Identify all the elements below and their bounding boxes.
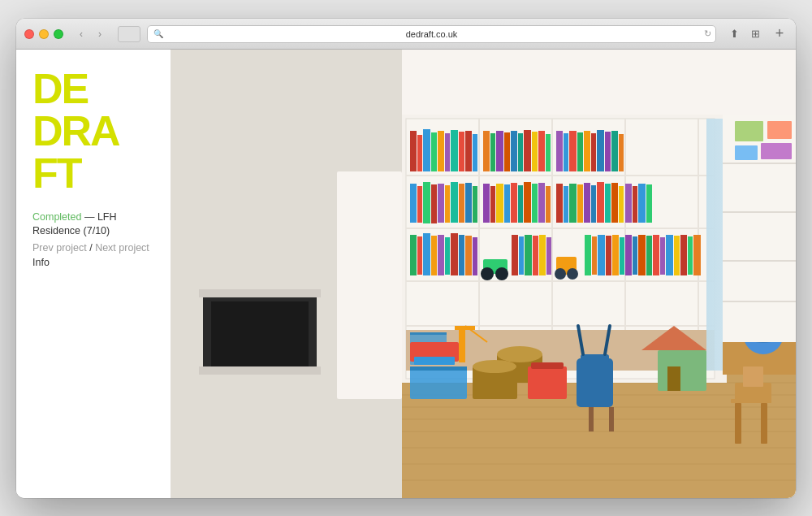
svg-rect-109 <box>519 236 524 275</box>
svg-rect-99 <box>459 235 464 275</box>
svg-rect-116 <box>598 235 605 275</box>
more-button[interactable]: ⊞ <box>747 26 763 42</box>
svg-rect-167 <box>743 366 763 387</box>
svg-rect-39 <box>490 133 495 171</box>
browser-content: DE DRA FT Completed — LFH Residence (7/1… <box>16 50 796 498</box>
project-nav-links: Prev project / Next project <box>32 242 154 254</box>
svg-rect-36 <box>465 131 472 171</box>
svg-rect-66 <box>465 183 472 223</box>
svg-rect-30 <box>423 129 430 171</box>
svg-rect-129 <box>688 236 693 275</box>
svg-rect-90 <box>638 184 646 223</box>
svg-rect-114 <box>585 235 591 275</box>
refresh-icon[interactable]: ↻ <box>704 28 711 39</box>
svg-point-174 <box>473 360 516 373</box>
forward-button[interactable]: › <box>92 26 108 42</box>
svg-rect-61 <box>431 184 437 223</box>
browser-window: ‹ › 🔍 ↻ ⬆ ⊞ + DE DRA FT Comple <box>16 19 796 498</box>
svg-rect-54 <box>597 130 604 171</box>
svg-rect-122 <box>638 235 646 275</box>
svg-rect-35 <box>459 132 464 171</box>
svg-rect-79 <box>564 186 568 223</box>
svg-rect-87 <box>619 186 624 223</box>
svg-rect-53 <box>591 133 596 171</box>
room-scene <box>171 50 796 498</box>
svg-rect-58 <box>410 184 417 223</box>
prev-project-link[interactable]: Prev project <box>32 242 87 254</box>
svg-rect-164 <box>735 403 741 444</box>
share-button[interactable]: ⬆ <box>726 26 742 42</box>
svg-rect-134 <box>459 326 465 362</box>
svg-rect-74 <box>524 182 531 223</box>
address-bar[interactable] <box>147 25 716 43</box>
browser-chrome: ‹ › 🔍 ↻ ⬆ ⊞ + <box>16 19 796 50</box>
svg-rect-43 <box>518 133 523 171</box>
svg-rect-176 <box>531 362 564 369</box>
site-logo[interactable]: DE DRA FT <box>32 67 154 194</box>
svg-rect-138 <box>414 357 455 365</box>
svg-rect-16 <box>199 289 321 297</box>
svg-rect-82 <box>584 183 590 223</box>
info-link[interactable]: Info <box>32 257 154 268</box>
browser-actions: ⬆ ⊞ <box>726 26 763 42</box>
svg-rect-170 <box>667 366 680 391</box>
svg-rect-171 <box>410 366 467 399</box>
fullscreen-button[interactable] <box>54 29 63 39</box>
svg-rect-168 <box>658 350 706 391</box>
svg-rect-175 <box>528 366 567 399</box>
svg-rect-91 <box>646 184 652 223</box>
address-bar-wrapper: 🔍 ↻ <box>147 25 716 43</box>
close-button[interactable] <box>24 29 34 39</box>
svg-rect-100 <box>465 236 472 275</box>
svg-rect-15 <box>211 301 309 366</box>
svg-rect-124 <box>653 235 659 275</box>
svg-rect-113 <box>546 237 551 275</box>
svg-rect-38 <box>483 131 490 171</box>
tab-icon[interactable] <box>118 26 140 42</box>
svg-rect-32 <box>438 131 444 171</box>
svg-rect-63 <box>445 185 450 223</box>
svg-rect-40 <box>496 131 503 171</box>
svg-rect-56 <box>611 131 618 171</box>
svg-rect-115 <box>592 236 597 275</box>
svg-rect-159 <box>589 407 594 431</box>
svg-rect-68 <box>483 184 490 223</box>
svg-rect-57 <box>619 134 624 171</box>
svg-rect-130 <box>693 235 701 275</box>
svg-rect-47 <box>546 134 551 171</box>
svg-rect-51 <box>577 132 583 171</box>
next-project-link[interactable]: Next project <box>95 242 149 254</box>
svg-rect-81 <box>577 184 583 223</box>
svg-rect-72 <box>511 183 517 223</box>
svg-rect-31 <box>431 132 437 171</box>
minimize-button[interactable] <box>39 29 49 39</box>
main-image-area <box>171 50 796 498</box>
svg-rect-55 <box>605 132 611 171</box>
svg-rect-67 <box>473 186 477 223</box>
svg-rect-29 <box>417 135 422 171</box>
svg-rect-80 <box>569 184 577 223</box>
svg-rect-78 <box>556 184 563 223</box>
svg-rect-41 <box>504 132 510 171</box>
status-separator: — <box>84 211 95 223</box>
search-icon: 🔍 <box>153 29 163 38</box>
svg-rect-37 <box>473 134 477 171</box>
svg-rect-59 <box>417 186 422 223</box>
nav-buttons: ‹ › <box>73 26 108 42</box>
svg-rect-33 <box>445 133 450 171</box>
svg-rect-123 <box>646 236 652 275</box>
new-tab-button[interactable]: + <box>771 26 788 42</box>
svg-rect-85 <box>605 184 611 223</box>
svg-rect-62 <box>438 184 444 223</box>
svg-rect-97 <box>445 237 450 275</box>
svg-rect-52 <box>584 131 590 171</box>
svg-rect-49 <box>564 133 568 171</box>
svg-rect-126 <box>666 235 673 275</box>
svg-rect-45 <box>532 132 538 171</box>
svg-rect-86 <box>611 183 618 223</box>
svg-rect-165 <box>761 403 767 444</box>
status-label: Completed <box>32 211 81 223</box>
svg-rect-69 <box>490 186 495 223</box>
svg-rect-70 <box>496 184 503 223</box>
back-button[interactable]: ‹ <box>73 26 89 42</box>
